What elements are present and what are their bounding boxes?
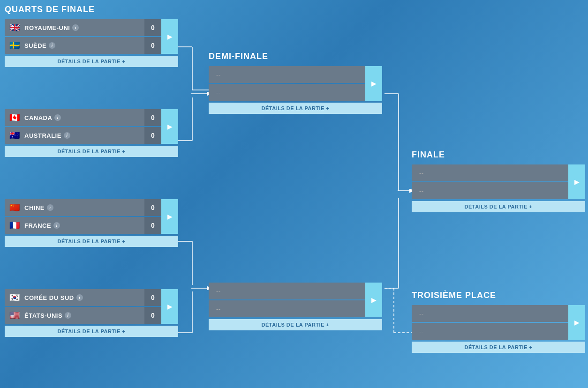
sf2-video-icon: ▶ [371, 296, 377, 304]
qf1-wrapper: 🇬🇧 ROYAUME-UNI i 0 🇸🇪 SUÈDE i 0 [5, 19, 178, 54]
f1-video-btn[interactable]: ▶ [568, 164, 585, 199]
t1-wrapper: -- -- ▶ [412, 305, 585, 340]
qf2-team1-row: 🇨🇦 CANADA i 0 [5, 109, 161, 126]
qf1-team2-row: 🇸🇪 SUÈDE i 0 [5, 37, 161, 54]
qf3-team2-name: FRANCE i [22, 222, 144, 229]
qf3-team2-row: 🇫🇷 FRANCE i 0 [5, 217, 161, 234]
sf2-team2-name: -- [209, 306, 365, 313]
qf3-team1-flag: 🇨🇳 [8, 199, 22, 216]
final-match: -- -- ▶ DÉTAILS DE LA PARTIE + [412, 164, 585, 212]
qf-match-3: 🇨🇳 CHINE i 0 🇫🇷 FRANCE i 0 ▶ [5, 199, 178, 247]
sf1-team2-name: -- [209, 89, 365, 96]
qf1-team2-info[interactable]: i [49, 42, 55, 49]
qf3-video-icon: ▶ [167, 213, 173, 220]
qf3-team1-name: CHINE i [22, 204, 144, 211]
qf2-team1-info[interactable]: i [54, 114, 61, 121]
qf4-team1-name: CORÉE DU SUD i [22, 294, 144, 301]
sf1-wrapper: -- -- ▶ [209, 66, 382, 101]
sf1-details[interactable]: DÉTAILS DE LA PARTIE + [209, 103, 382, 114]
t1-team2-name: -- [412, 328, 568, 335]
qf2-video-icon: ▶ [167, 123, 173, 130]
qf2-video-btn[interactable]: ▶ [161, 109, 178, 144]
f1-team2-row: -- [412, 182, 568, 199]
qf4-video-btn[interactable]: ▶ [161, 289, 178, 324]
qf2-team2-score: 0 [144, 127, 161, 144]
qf2-wrapper: 🇨🇦 CANADA i 0 🇦🇺 AUSTRALIE i 0 [5, 109, 178, 144]
qf2-details[interactable]: DÉTAILS DE LA PARTIE + [5, 146, 178, 157]
qf4-details[interactable]: DÉTAILS DE LA PARTIE + [5, 326, 178, 337]
qf4-team1-info[interactable]: i [76, 294, 83, 301]
qf4-team2-score: 0 [144, 307, 161, 324]
sf2-team2-row: -- [209, 300, 365, 317]
qf3-team2-score: 0 [144, 217, 161, 234]
qf1-details[interactable]: DÉTAILS DE LA PARTIE + [5, 56, 178, 67]
sf-title: DEMI-FINALE [209, 52, 382, 61]
qf1-team2-name: SUÈDE i [22, 42, 144, 49]
sf2-team1-row: -- [209, 283, 365, 299]
qf2-team1-name: CANADA i [22, 114, 144, 121]
qf1-team1-name: ROYAUME-UNI i [22, 24, 144, 31]
third-section: TROISIÈME PLACE -- -- ▶ DÉTAILS DE LA PA… [412, 291, 585, 358]
t1-details[interactable]: DÉTAILS DE LA PARTIE + [412, 342, 585, 353]
qf1-team1-info[interactable]: i [72, 24, 79, 31]
t1-video-btn[interactable]: ▶ [568, 305, 585, 340]
qf-match-4: 🇰🇷 CORÉE DU SUD i 0 🇺🇸 ÉTATS-UNIS i 0 [5, 289, 178, 337]
sf2-video-btn[interactable]: ▶ [365, 283, 382, 317]
qf1-video-btn[interactable]: ▶ [161, 19, 178, 54]
final-title: FINALE [412, 150, 585, 160]
qf4-team2-name: ÉTATS-UNIS i [22, 312, 144, 319]
qf3-team2-info[interactable]: i [53, 222, 60, 229]
qf2-team1-score: 0 [144, 109, 161, 126]
qf3-team1-score: 0 [144, 199, 161, 216]
sf1-video-btn[interactable]: ▶ [365, 66, 382, 101]
t1-team1-row: -- [412, 305, 568, 322]
sf2-details[interactable]: DÉTAILS DE LA PARTIE + [209, 319, 382, 330]
qf2-team2-name: AUSTRALIE i [22, 132, 144, 139]
qf3-details[interactable]: DÉTAILS DE LA PARTIE + [5, 236, 178, 247]
sf1-video-icon: ▶ [371, 80, 377, 87]
qf3-team2-flag: 🇫🇷 [8, 217, 22, 234]
f1-team1-row: -- [412, 164, 568, 181]
qf3-team1-info[interactable]: i [47, 204, 53, 211]
sf2-team1-name: -- [209, 288, 365, 295]
f1-team1-name: -- [412, 170, 568, 177]
qf-match-2: 🇨🇦 CANADA i 0 🇦🇺 AUSTRALIE i 0 [5, 109, 178, 157]
qf4-video-icon: ▶ [167, 303, 173, 310]
sf1-team1-name: -- [209, 71, 365, 78]
qf2-team1-flag: 🇨🇦 [8, 109, 22, 126]
qf4-team2-flag: 🇺🇸 [8, 307, 22, 324]
third-match: -- -- ▶ DÉTAILS DE LA PARTIE + [412, 305, 585, 353]
qf2-team2-flag: 🇦🇺 [8, 127, 22, 144]
qf1-video-icon: ▶ [167, 33, 173, 40]
t1-video-icon: ▶ [574, 319, 580, 326]
f1-wrapper: -- -- ▶ [412, 164, 585, 199]
qf-match-1: 🇬🇧 ROYAUME-UNI i 0 🇸🇪 SUÈDE i 0 [5, 19, 178, 67]
qf4-team1-score: 0 [144, 289, 161, 306]
qf1-team2-score: 0 [144, 37, 161, 54]
qf4-wrapper: 🇰🇷 CORÉE DU SUD i 0 🇺🇸 ÉTATS-UNIS i 0 [5, 289, 178, 324]
sf2-wrapper: -- -- ▶ [209, 283, 382, 317]
sf-match-1: -- -- ▶ DÉTAILS DE LA PARTIE + [209, 66, 382, 114]
sf-section: DEMI-FINALE -- -- ▶ DÉTAILS DE LA PAR [209, 52, 382, 335]
third-title: TROISIÈME PLACE [412, 291, 585, 300]
final-section: FINALE -- -- ▶ DÉTAILS DE LA PARTIE + [412, 150, 585, 217]
qf1-team1-flag: 🇬🇧 [8, 19, 22, 36]
qf3-team1-row: 🇨🇳 CHINE i 0 [5, 199, 161, 216]
qf4-team2-row: 🇺🇸 ÉTATS-UNIS i 0 [5, 307, 161, 324]
qf4-team1-flag: 🇰🇷 [8, 289, 22, 306]
f1-team2-name: -- [412, 187, 568, 194]
qf3-video-btn[interactable]: ▶ [161, 199, 178, 234]
sf1-team2-row: -- [209, 84, 365, 101]
sf-match-2: -- -- ▶ DÉTAILS DE LA PARTIE + [209, 283, 382, 330]
qf1-team2-flag: 🇸🇪 [8, 37, 22, 54]
sf1-team1-row: -- [209, 66, 365, 83]
qf1-team1-score: 0 [144, 19, 161, 36]
qf1-team1-row: 🇬🇧 ROYAUME-UNI i 0 [5, 19, 161, 36]
qf2-team2-row: 🇦🇺 AUSTRALIE i 0 [5, 127, 161, 144]
qf4-team1-row: 🇰🇷 CORÉE DU SUD i 0 [5, 289, 161, 306]
t1-team1-name: -- [412, 310, 568, 317]
qf4-team2-info[interactable]: i [65, 312, 71, 319]
f1-video-icon: ▶ [574, 178, 580, 186]
f1-details[interactable]: DÉTAILS DE LA PARTIE + [412, 201, 585, 212]
qf2-team2-info[interactable]: i [64, 132, 70, 139]
